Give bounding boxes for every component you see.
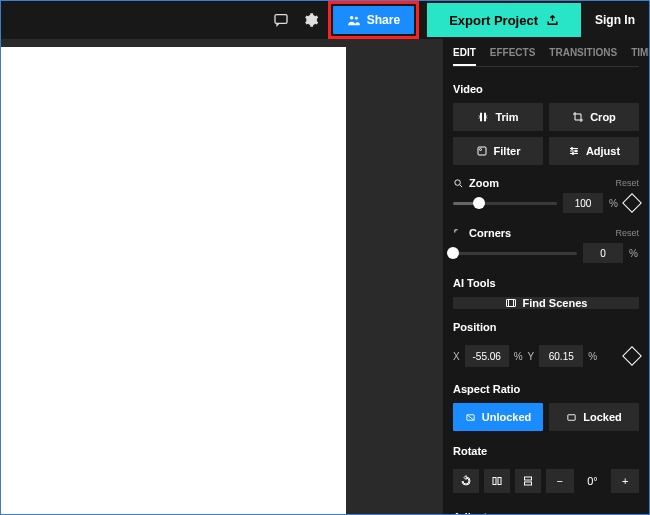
rotate-plus-button[interactable]: + <box>611 469 639 493</box>
svg-point-4 <box>479 149 481 151</box>
corners-unit: % <box>629 248 639 259</box>
svg-rect-12 <box>493 478 496 485</box>
find-scenes-label: Find Scenes <box>523 297 588 309</box>
position-keyframe[interactable] <box>622 346 642 366</box>
rotate-minus-button[interactable]: − <box>546 469 574 493</box>
corners-slider[interactable] <box>453 252 577 255</box>
zoom-value[interactable]: 100 <box>563 193 603 213</box>
rotate-section-label: Rotate <box>453 445 639 457</box>
svg-rect-15 <box>525 482 532 485</box>
corners-label-row: Corners <box>453 227 511 239</box>
flip-h-button[interactable] <box>484 469 510 493</box>
crop-label: Crop <box>590 111 616 123</box>
rotate-ccw-button[interactable] <box>453 469 479 493</box>
crop-icon <box>572 111 584 123</box>
zoom-keyframe[interactable] <box>622 193 642 213</box>
locked-button[interactable]: Locked <box>549 403 639 431</box>
position-section-label: Position <box>453 321 639 333</box>
gear-icon[interactable] <box>298 7 324 33</box>
tab-effects[interactable]: EFFECTS <box>490 47 536 66</box>
flip-v-button[interactable] <box>515 469 541 493</box>
comment-icon[interactable] <box>268 7 294 33</box>
main-area: EDIT EFFECTS TRANSITIONS TIMING Video Tr… <box>1 39 649 514</box>
zoom-reset[interactable]: Reset <box>615 178 639 188</box>
trim-button[interactable]: Trim <box>453 103 543 131</box>
video-section-label: Video <box>453 83 639 95</box>
ai-section-label: AI Tools <box>453 277 639 289</box>
share-label: Share <box>367 13 400 27</box>
tab-edit[interactable]: EDIT <box>453 47 476 66</box>
y-unit: % <box>588 351 597 362</box>
side-panel: EDIT EFFECTS TRANSITIONS TIMING Video Tr… <box>443 39 649 514</box>
adjust-label: Adjust <box>586 145 620 157</box>
svg-rect-13 <box>498 478 501 485</box>
corners-reset[interactable]: Reset <box>615 228 639 238</box>
trim-label: Trim <box>495 111 518 123</box>
rotate-deg-value[interactable]: 0° <box>579 469 607 493</box>
find-scenes-button[interactable]: Find Scenes <box>453 297 639 309</box>
topbar: Share Export Project Sign In <box>1 1 649 39</box>
share-button[interactable]: Share <box>333 6 414 34</box>
x-value[interactable]: -55.06 <box>465 345 509 367</box>
corners-icon <box>453 228 464 239</box>
canvas-area <box>1 39 443 514</box>
crop-button[interactable]: Crop <box>549 103 639 131</box>
locked-label: Locked <box>583 411 622 423</box>
adjust-button[interactable]: Adjust <box>549 137 639 165</box>
export-button[interactable]: Export Project <box>427 3 581 37</box>
tab-transitions[interactable]: TRANSITIONS <box>549 47 617 66</box>
filter-icon <box>476 145 488 157</box>
zoom-unit: % <box>609 198 619 209</box>
svg-rect-9 <box>506 300 515 307</box>
unlocked-label: Unlocked <box>482 411 532 423</box>
adjust-icon <box>568 145 580 157</box>
corners-label: Corners <box>469 227 511 239</box>
export-icon <box>546 14 559 27</box>
filter-button[interactable]: Filter <box>453 137 543 165</box>
signin-link[interactable]: Sign In <box>595 13 635 27</box>
corners-value[interactable]: 0 <box>583 243 623 263</box>
x-unit: % <box>514 351 523 362</box>
tab-timing[interactable]: TIMING <box>631 47 649 66</box>
share-highlight-box: Share <box>328 1 419 39</box>
corners-slider-thumb[interactable] <box>447 247 459 259</box>
people-icon <box>347 13 361 27</box>
svg-point-6 <box>575 150 577 152</box>
locked-icon <box>566 412 577 423</box>
canvas[interactable] <box>1 47 346 514</box>
svg-rect-14 <box>525 477 532 480</box>
y-label: Y <box>528 351 535 362</box>
adjust-section-label: Adjust <box>453 511 639 514</box>
unlocked-button[interactable]: Unlocked <box>453 403 543 431</box>
aspect-section-label: Aspect Ratio <box>453 383 639 395</box>
svg-rect-0 <box>275 15 287 24</box>
trim-icon <box>477 111 489 123</box>
zoom-slider[interactable] <box>453 202 557 205</box>
zoom-label-row: Zoom <box>453 177 499 189</box>
filter-label: Filter <box>494 145 521 157</box>
svg-point-7 <box>572 153 574 155</box>
x-label: X <box>453 351 460 362</box>
scenes-icon <box>505 297 517 309</box>
svg-point-8 <box>455 179 461 185</box>
zoom-label: Zoom <box>469 177 499 189</box>
unlocked-icon <box>465 412 476 423</box>
export-label: Export Project <box>449 13 538 28</box>
svg-point-5 <box>571 148 573 150</box>
svg-rect-11 <box>568 414 575 420</box>
svg-rect-3 <box>478 147 486 155</box>
panel-tabs: EDIT EFFECTS TRANSITIONS TIMING <box>453 47 639 67</box>
svg-point-2 <box>355 17 358 20</box>
y-value[interactable]: 60.15 <box>539 345 583 367</box>
svg-point-1 <box>350 16 354 19</box>
magnify-icon <box>453 178 464 189</box>
zoom-slider-thumb[interactable] <box>473 197 485 209</box>
